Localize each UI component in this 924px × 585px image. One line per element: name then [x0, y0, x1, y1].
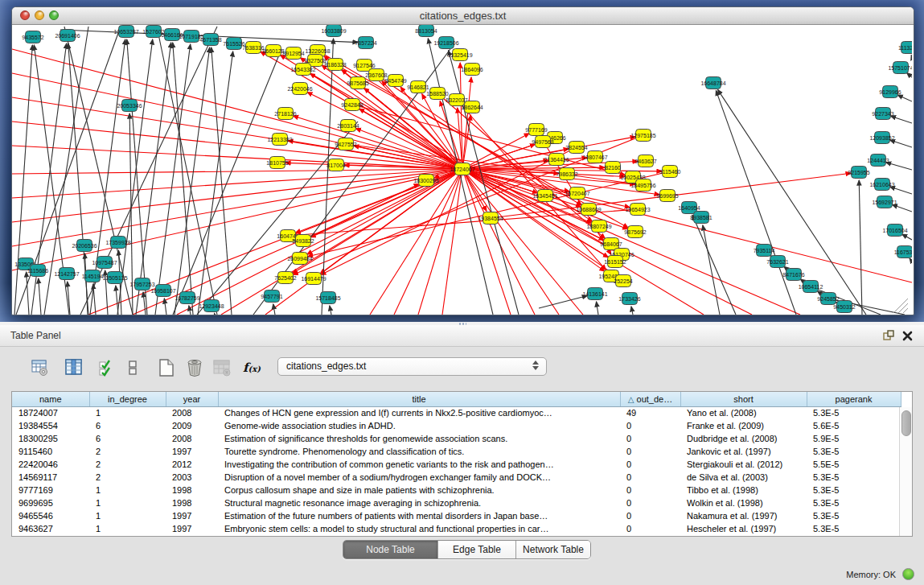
graph-node[interactable]: 9450312 — [833, 301, 855, 313]
graph-node[interactable]: 10807467 — [582, 151, 607, 163]
table-settings-button[interactable] — [30, 357, 51, 378]
graph-edge[interactable] — [911, 55, 912, 57]
graph-node[interactable]: 8471676 — [782, 269, 804, 281]
column-header-name[interactable]: name — [12, 392, 89, 406]
table-cell-title[interactable]: Investigating the contribution of common… — [218, 458, 620, 471]
graph-node[interactable]: 2718126 — [274, 108, 296, 120]
table-cell-in_degree[interactable]: 2 — [89, 471, 166, 484]
table-cell-name[interactable]: 18300295 — [12, 432, 89, 445]
table-cell-in_degree[interactable]: 1 — [89, 509, 166, 522]
table-cell-in_degree[interactable]: 6 — [89, 432, 166, 445]
table-cell-pagerank[interactable]: 5.3E-5 — [807, 484, 901, 496]
graph-edge[interactable] — [716, 90, 796, 315]
table-selector[interactable]: citations_edges.txt — [277, 357, 547, 376]
table-cell-year[interactable]: 2008 — [166, 406, 218, 419]
table-cell-name[interactable]: 9115460 — [12, 445, 89, 458]
graph-node[interactable]: 20206536 — [72, 240, 97, 252]
table-cell-out_degree[interactable]: 0 — [620, 509, 680, 522]
graph-node[interactable]: 7857224 — [355, 37, 376, 49]
table-cell-title[interactable]: Disruption of a novel member of a sodium… — [218, 471, 620, 484]
graph-edge[interactable] — [890, 140, 912, 147]
graph-node[interactable]: 12213383 — [267, 134, 292, 146]
table-cell-pagerank[interactable]: 5.3E-5 — [807, 509, 901, 522]
table-cell-year[interactable]: 1997 — [166, 509, 218, 522]
graph-node[interactable]: 13325419 — [447, 49, 472, 61]
table-cell-in_degree[interactable]: 1 — [89, 522, 166, 535]
graph-edge[interactable] — [703, 225, 720, 315]
table-cell-year[interactable]: 1997 — [166, 445, 218, 458]
table-row[interactable]: 911546021997Tourette syndrome. Phenomeno… — [12, 445, 901, 458]
graph-node[interactable]: 9497568 — [532, 136, 553, 148]
graph-node[interactable]: 7986332 — [556, 168, 577, 180]
table-cell-in_degree[interactable]: 6 — [89, 419, 166, 432]
graph-node[interactable]: 4671358 — [199, 34, 221, 46]
table-cell-in_degree[interactable]: 1 — [89, 484, 166, 496]
graph-node[interactable]: 16648784 — [700, 77, 725, 89]
table-cell-name[interactable]: 9465546 — [12, 509, 89, 522]
column-header-pagerank[interactable]: pagerank — [807, 392, 901, 406]
graph-node[interactable]: 9427552 — [335, 138, 356, 150]
table-row[interactable]: 969969511998Structural magnetic resonanc… — [12, 496, 901, 509]
graph-node[interactable]: 15718485 — [315, 292, 340, 304]
table-cell-pagerank[interactable]: 5.6E-5 — [807, 419, 901, 432]
graph-node[interactable]: 1113205 — [898, 42, 912, 54]
graph-edge[interactable] — [631, 307, 633, 315]
graph-node[interactable]: 8186328 — [324, 59, 346, 71]
graph-node[interactable]: 1115686 — [27, 265, 48, 277]
graph-node[interactable]: 12142757 — [54, 268, 79, 280]
table-cell-pagerank[interactable]: 5.3E-5 — [807, 522, 901, 535]
graph-node[interactable]: 19218506 — [433, 37, 458, 49]
graph-node[interactable]: 9129966 — [879, 86, 901, 98]
graph-node[interactable]: 5493822 — [292, 235, 314, 247]
graph-edge[interactable] — [303, 183, 419, 241]
table-cell-year[interactable]: 2009 — [166, 419, 218, 432]
graph-edge[interactable] — [177, 169, 462, 315]
graph-edge[interactable] — [539, 295, 587, 308]
network-window[interactable]: citations_edges.txt 18724007183002958660… — [11, 6, 914, 315]
graph-node[interactable]: 16210643 — [869, 179, 894, 191]
graph-edge[interactable] — [116, 286, 118, 315]
graph-node[interactable]: 12093852 — [869, 132, 894, 144]
graph-edge[interactable] — [198, 51, 233, 315]
graph-edge[interactable] — [12, 122, 462, 169]
graph-node[interactable]: 16782759 — [175, 292, 199, 304]
graph-node[interactable]: 1145194 — [82, 270, 104, 282]
graph-edge[interactable] — [597, 302, 598, 315]
graph-edge[interactable] — [718, 89, 866, 315]
graph-node[interactable]: 1615152 — [604, 256, 626, 268]
column-header-year[interactable]: year — [166, 392, 218, 406]
graph-node[interactable]: 14136141 — [582, 288, 607, 300]
table-row[interactable]: 1872400712008Changes of HCN gene express… — [12, 406, 901, 419]
graph-edge[interactable] — [859, 180, 862, 315]
table-cell-year[interactable]: 2008 — [166, 432, 218, 445]
graph-edge[interactable] — [12, 169, 462, 246]
table-cell-title[interactable]: Corpus callosum shape and size in male p… — [218, 484, 620, 496]
create-table-button[interactable] — [156, 357, 177, 378]
graph-edge[interactable] — [93, 284, 96, 315]
graph-node[interactable]: 2803144 — [337, 120, 359, 132]
graph-edge[interactable] — [897, 95, 912, 101]
graph-node[interactable]: 15692971 — [872, 196, 897, 208]
graph-node[interactable]: 19654923 — [625, 204, 650, 216]
table-cell-short[interactable]: Nakamura et al. (1997) — [680, 509, 807, 522]
function-builder-button[interactable]: f(x) — [238, 357, 265, 378]
table-cell-year[interactable]: 1998 — [166, 484, 218, 496]
graph-node[interactable]: 13505135 — [102, 272, 127, 284]
graph-node[interactable]: 17016504 — [882, 225, 907, 237]
graph-edge[interactable] — [322, 39, 334, 315]
graph-node[interactable]: 7615526 — [223, 38, 244, 50]
column-header-in_degree[interactable]: in_degree — [89, 392, 166, 406]
table-cell-title[interactable]: Estimation of significance thresholds fo… — [218, 432, 620, 445]
graph-node[interactable]: 9245852 — [817, 293, 839, 305]
graph-edge[interactable] — [910, 258, 912, 262]
select-columns-button[interactable] — [97, 357, 117, 378]
graph-node[interactable]: 7638316 — [242, 42, 264, 54]
table-cell-short[interactable]: Wolkin et al. (1998) — [680, 496, 807, 509]
table-cell-pagerank[interactable]: 5.5E-5 — [807, 458, 901, 471]
table-cell-short[interactable]: Stergiakouli et al. (2012) — [680, 458, 807, 471]
graph-node[interactable]: 16033809 — [321, 25, 346, 37]
resize-grip-icon[interactable] — [893, 299, 908, 313]
graph-node[interactable]: 8215955 — [848, 167, 869, 179]
tab-edge-table[interactable]: Edge Table — [438, 541, 516, 558]
graph-edge[interactable] — [355, 129, 462, 169]
